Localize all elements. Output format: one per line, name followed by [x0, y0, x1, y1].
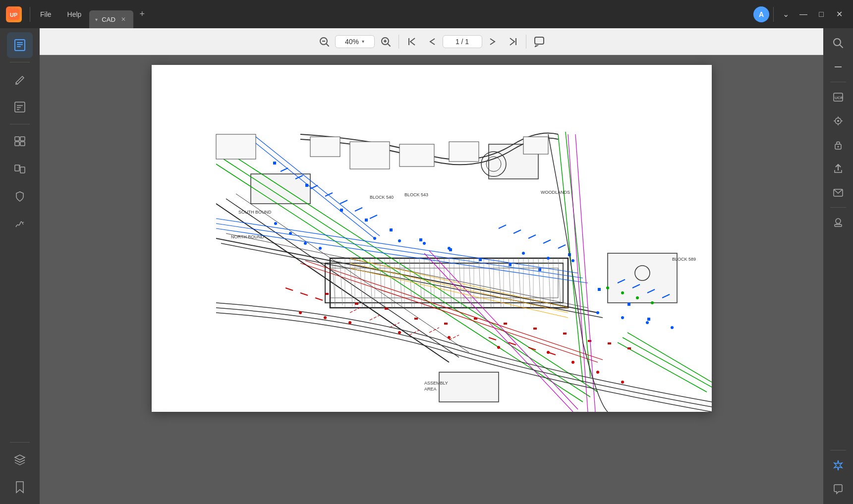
sidebar-icon-edit[interactable] [7, 94, 33, 120]
svg-point-183 [304, 242, 307, 245]
page-display: 1 / 1 [455, 38, 469, 46]
zoom-value: 40% [345, 38, 359, 46]
doc-viewer[interactable]: SOUTH BOUND NORTH BOUND BLOCK 540 BLOCK … [40, 55, 823, 504]
sidebar-divider-2 [10, 124, 30, 124]
right-icon-ai[interactable] [827, 454, 849, 476]
svg-rect-35 [439, 372, 499, 402]
svg-text:UCR: UCR [835, 96, 844, 100]
right-icon-share[interactable] [827, 158, 849, 179]
zoom-control[interactable]: 40% ▾ [335, 35, 375, 48]
right-sidebar-bottom [827, 448, 849, 500]
title-divider-1 [30, 7, 30, 22]
window-controls: A ⌄ — □ ✕ [753, 6, 853, 22]
left-sidebar [0, 28, 40, 504]
app-logo[interactable]: UP [0, 0, 28, 28]
menu-help[interactable]: Help [59, 0, 90, 28]
svg-point-193 [621, 316, 624, 319]
svg-point-222 [838, 146, 839, 148]
svg-rect-86 [627, 303, 630, 306]
comment-button[interactable] [530, 33, 548, 51]
svg-text:WOODLANDS: WOODLANDS [541, 190, 570, 195]
content-area: 40% ▾ [40, 28, 823, 504]
sidebar-icon-protect[interactable] [7, 184, 33, 210]
zoom-in-button[interactable] [377, 33, 395, 51]
right-divider-3 [830, 450, 846, 450]
sidebar-icon-reader[interactable] [7, 32, 33, 58]
right-icon-search[interactable] [827, 32, 849, 54]
svg-text:AREA: AREA [424, 387, 437, 392]
right-icon-scan[interactable] [827, 110, 849, 132]
window-dropdown-button[interactable]: ⌄ [778, 6, 794, 22]
svg-point-184 [319, 247, 322, 250]
svg-rect-98 [385, 308, 388, 310]
tab-close-button[interactable]: ✕ [119, 15, 127, 23]
prev-page-button[interactable] [423, 33, 441, 51]
svg-rect-180 [523, 137, 548, 154]
svg-point-205 [621, 381, 624, 384]
svg-point-200 [448, 336, 451, 339]
svg-text:BLOCK 543: BLOCK 543 [404, 192, 428, 197]
sidebar-icon-bookmark[interactable] [7, 474, 33, 500]
right-icon-stamp[interactable] [827, 212, 849, 233]
svg-rect-101 [474, 318, 477, 320]
svg-rect-103 [533, 328, 537, 330]
sidebar-icon-annotate[interactable] [7, 66, 33, 92]
svg-point-198 [348, 321, 351, 324]
svg-point-186 [398, 239, 401, 242]
svg-text:NORTH BOUND: NORTH BOUND [231, 234, 264, 239]
doc-page: SOUTH BOUND NORTH BOUND BLOCK 540 BLOCK … [152, 65, 712, 412]
svg-rect-12 [20, 167, 25, 173]
zoom-out-button[interactable] [315, 33, 333, 51]
window-maximize-button[interactable]: □ [813, 6, 829, 22]
svg-rect-10 [20, 142, 25, 146]
svg-rect-3 [17, 42, 23, 43]
svg-point-208 [636, 296, 639, 299]
right-divider-2 [830, 207, 846, 208]
sidebar-icon-layers[interactable] [7, 447, 33, 472]
svg-rect-74 [273, 162, 276, 165]
right-icon-chat[interactable] [827, 478, 849, 500]
svg-point-207 [621, 291, 624, 294]
sidebar-icon-convert[interactable] [7, 156, 33, 182]
sidebar-icon-organize[interactable] [7, 128, 33, 154]
svg-rect-4 [17, 44, 23, 45]
svg-rect-107 [627, 347, 631, 349]
right-icon-ocr[interactable]: UCR [827, 86, 849, 108]
right-icon-lock[interactable] [827, 134, 849, 156]
right-divider-1 [830, 82, 846, 82]
svg-rect-225 [835, 224, 842, 226]
svg-point-187 [423, 242, 426, 245]
svg-rect-96 [325, 293, 329, 295]
main-area: 40% ▾ [0, 28, 853, 504]
next-page-button[interactable] [484, 33, 502, 51]
svg-point-188 [448, 247, 451, 250]
menu-file[interactable]: File [32, 0, 59, 28]
user-avatar[interactable]: A [753, 6, 769, 22]
svg-point-199 [398, 331, 401, 334]
svg-point-216 [837, 120, 839, 122]
right-icon-zoom-minus[interactable] [827, 56, 849, 78]
last-page-button[interactable] [504, 33, 522, 51]
svg-rect-8 [20, 137, 25, 141]
svg-text:BLOCK 589: BLOCK 589 [672, 257, 696, 262]
sidebar-icon-sign[interactable] [7, 212, 33, 237]
zoom-dropdown-arrow: ▾ [362, 39, 364, 44]
window-close-button[interactable]: ✕ [831, 6, 847, 22]
page-control[interactable]: 1 / 1 [443, 35, 482, 48]
svg-point-191 [571, 259, 574, 262]
tab-dropdown-arrow[interactable]: ▾ [95, 17, 98, 22]
svg-rect-81 [479, 258, 482, 261]
svg-point-209 [651, 301, 654, 304]
tab-bar: ▾ CAD ✕ + [89, 0, 753, 28]
right-icon-mail[interactable] [827, 181, 849, 203]
svg-rect-178 [399, 144, 434, 167]
window-minimize-button[interactable]: — [796, 6, 811, 22]
svg-rect-100 [444, 323, 448, 325]
svg-point-210 [834, 39, 841, 46]
tab-cad[interactable]: ▾ CAD ✕ [89, 10, 133, 28]
first-page-button[interactable] [403, 33, 421, 51]
svg-rect-75 [305, 184, 308, 187]
tab-add-button[interactable]: + [135, 7, 149, 21]
svg-rect-99 [414, 318, 418, 320]
svg-point-204 [596, 371, 599, 374]
